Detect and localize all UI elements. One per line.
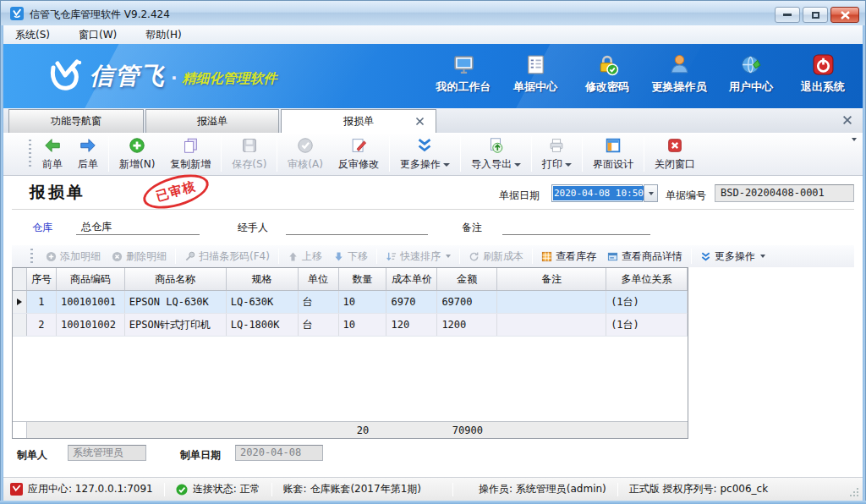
cell[interactable]: LQ-1800K — [227, 314, 299, 336]
cell[interactable] — [497, 314, 606, 336]
close-window-button[interactable]: 关闭窗口 — [647, 134, 703, 174]
col-header[interactable]: 备注 — [497, 268, 606, 290]
cell[interactable]: 100101001 — [57, 291, 125, 313]
document-center-icon — [524, 53, 547, 76]
summary-amount-total: 70900 — [437, 422, 497, 438]
minimize-button[interactable] — [775, 7, 800, 23]
form-title: 报损单 — [30, 182, 85, 204]
more-operations-button[interactable]: 更多操作 — [392, 134, 458, 174]
window-border-left — [0, 25, 3, 504]
workstation-icon — [452, 53, 475, 76]
arrow-left-icon — [43, 136, 62, 155]
delete-detail-button[interactable]: 删除明细 — [107, 248, 172, 266]
new-doc-button[interactable]: 新增(N) — [112, 134, 162, 174]
view-product-detail-button[interactable]: 查看商品详情 — [602, 248, 688, 266]
tab-close-icon[interactable] — [415, 117, 425, 126]
double-chevron-down-icon — [700, 251, 711, 262]
unaudit-button[interactable]: 反审修改 — [331, 134, 386, 174]
row-marker-header — [13, 268, 27, 290]
view-stock-button[interactable]: 查看库存 — [536, 248, 601, 266]
exit-system-button[interactable]: 退出系统 — [792, 53, 854, 95]
col-header[interactable]: 金额 — [437, 268, 497, 290]
document-center-button[interactable]: 单据中心 — [504, 53, 567, 95]
doc-date-field[interactable]: 2020-04-08 10:50 — [551, 184, 643, 202]
col-header[interactable]: 多单位关系 — [606, 268, 688, 290]
summary-cell — [497, 422, 606, 438]
cell[interactable]: 1 — [27, 291, 57, 313]
cell[interactable]: 台 — [299, 314, 339, 336]
button-label: 打印 — [542, 157, 562, 172]
cell[interactable]: EPSON针式打印机 — [125, 314, 227, 336]
cell[interactable] — [497, 291, 606, 313]
status-text: 正式版 授权序列号: pc006_ck — [629, 482, 768, 496]
print-button[interactable]: 打印 — [534, 134, 579, 174]
copy-new-button[interactable]: 复制新增 — [162, 134, 218, 174]
cell[interactable]: 1200 — [437, 314, 497, 336]
cell[interactable]: 2 — [27, 314, 57, 336]
cell[interactable]: 100101002 — [57, 314, 125, 336]
grid-header-row: 序号 商品编码 商品名称 规格 单位 数量 成本单价 金额 备注 多单位关系 — [13, 268, 688, 291]
col-header[interactable]: 序号 — [27, 268, 57, 290]
tab-damage-doc[interactable]: 报损单 — [281, 109, 436, 133]
switch-operator-button[interactable]: 更换操作员 — [648, 53, 710, 95]
cell[interactable]: 120 — [386, 314, 437, 336]
cell[interactable]: LQ-630K — [227, 291, 299, 313]
cell[interactable]: 69700 — [437, 291, 497, 313]
import-export-button[interactable]: 导入导出 — [463, 134, 529, 174]
cell[interactable]: EPSON LQ-630K — [125, 291, 227, 313]
audit-button[interactable]: 审核(A) — [280, 134, 331, 174]
button-label: 添加明细 — [60, 249, 101, 264]
tab-function-nav[interactable]: 功能导航窗 — [8, 109, 144, 133]
col-header[interactable]: 成本单价 — [386, 268, 437, 290]
button-label: 新增(N) — [119, 157, 155, 172]
cell[interactable]: 6970 — [386, 291, 437, 313]
grid-empty-area[interactable] — [13, 337, 688, 421]
chevron-down-icon — [649, 192, 654, 195]
table-row[interactable]: 1 100101001 EPSON LQ-630K LQ-630K 台 10 6… — [13, 291, 688, 314]
row-marker-cell — [13, 314, 27, 336]
close-button[interactable] — [830, 7, 859, 23]
table-row[interactable]: 2 100101002 EPSON针式打印机 LQ-1800K 台 10 120… — [13, 314, 688, 337]
prev-doc-button[interactable]: 前单 — [35, 134, 70, 174]
scan-barcode-button[interactable]: 扫描条形码(F4) — [179, 248, 275, 266]
title-bar: 信管飞仓库管理软件 V9.2.424 — [0, 0, 866, 25]
restore-button[interactable] — [803, 7, 828, 23]
my-workbench-button[interactable]: 我的工作台 — [432, 53, 495, 95]
cell[interactable]: 10 — [339, 314, 387, 336]
tab-overflow-doc[interactable]: 报溢单 — [145, 109, 279, 133]
grid-more-operations-button[interactable]: 更多操作 — [695, 248, 770, 266]
cell[interactable]: 10 — [339, 291, 387, 313]
save-button[interactable]: 保存(S) — [224, 134, 274, 174]
col-header[interactable]: 商品名称 — [125, 268, 227, 290]
resize-grip[interactable] — [849, 487, 859, 497]
cell[interactable]: (1台) — [606, 314, 688, 336]
quick-sort-button[interactable]: 快速排序 — [381, 248, 456, 266]
menu-help[interactable]: 帮助(H) — [142, 26, 184, 44]
col-header[interactable]: 单位 — [299, 268, 339, 290]
cell[interactable]: (1台) — [606, 291, 688, 313]
toolbar-overflow-button[interactable] — [852, 141, 857, 153]
warehouse-value[interactable]: 总仓库 — [81, 220, 112, 234]
button-label: 反审修改 — [338, 157, 379, 172]
add-detail-button[interactable]: 添加明细 — [41, 248, 106, 266]
ui-design-button[interactable]: 界面设计 — [585, 134, 641, 174]
floppy-icon — [240, 136, 259, 155]
cell[interactable]: 台 — [299, 291, 339, 313]
tabstrip-close-icon[interactable] — [842, 115, 852, 125]
col-header[interactable]: 数量 — [339, 268, 387, 290]
grid-toolbar-grip[interactable] — [30, 249, 33, 264]
refresh-cost-button[interactable]: 刷新成本 — [463, 248, 529, 266]
toolbar-grip[interactable] — [29, 140, 31, 168]
move-up-button[interactable]: 上移 — [282, 248, 327, 266]
button-label: 界面设计 — [593, 157, 633, 172]
menu-system[interactable]: 系统(S) — [12, 26, 53, 44]
move-down-button[interactable]: 下移 — [328, 248, 373, 266]
user-center-button[interactable]: 用户中心 — [720, 53, 782, 95]
doc-date-dropdown-button[interactable] — [644, 184, 658, 202]
action-label: 用户中心 — [729, 79, 773, 95]
menu-window[interactable]: 窗口(W) — [75, 26, 120, 44]
next-doc-button[interactable]: 后单 — [70, 134, 106, 174]
change-password-button[interactable]: 修改密码 — [576, 53, 639, 95]
col-header[interactable]: 商品编码 — [57, 268, 125, 290]
col-header[interactable]: 规格 — [227, 268, 299, 290]
